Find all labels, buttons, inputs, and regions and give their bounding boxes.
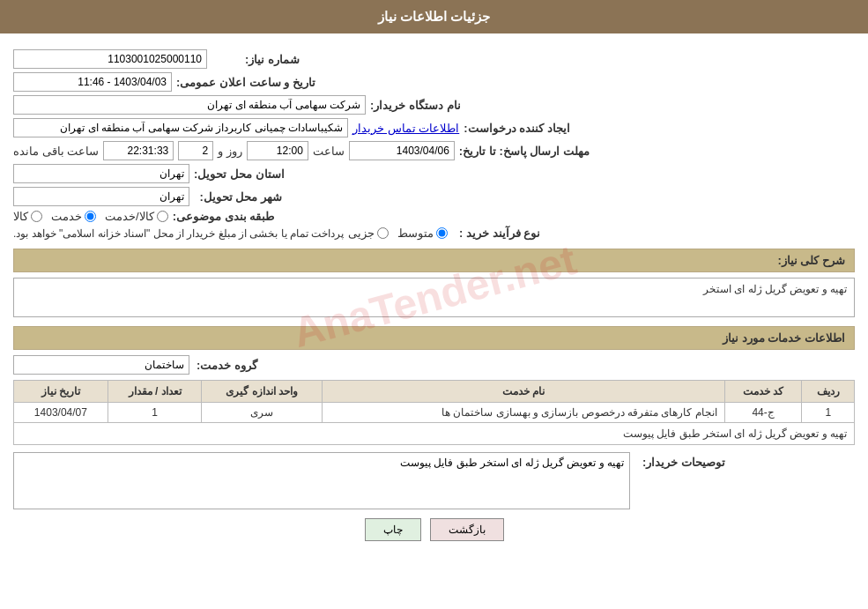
grohe-label: گروه خدمت: xyxy=(197,359,257,372)
ostan-label: استان محل تحویل: xyxy=(194,167,285,181)
navoe-jozi[interactable]: جزیی xyxy=(348,227,389,240)
tabagheh-radio-kala-khidmat[interactable] xyxy=(157,211,168,222)
services-table: ردیف کد خدمت نام خدمت واحد اندازه گیری ت… xyxy=(13,380,855,445)
nam-dastgah-input[interactable] xyxy=(13,95,366,115)
navoe-note: پرداخت تمام یا بخشی از مبلغ خریدار از مح… xyxy=(13,227,344,240)
mohlat-mande-label: ساعت باقی مانده xyxy=(13,145,99,158)
navoe-label: نوع فرآیند خرید : xyxy=(452,227,540,240)
col-vahed: واحد اندازه گیری xyxy=(202,381,323,403)
ijad-label: ایجاد کننده درخواست: xyxy=(464,122,570,135)
tabagheh-radio-kala[interactable] xyxy=(31,211,42,222)
tarikh-input[interactable] xyxy=(13,72,172,92)
page-title: جزئیات اطلاعات نیاز xyxy=(0,0,868,33)
shahr-input[interactable] xyxy=(13,187,189,206)
tabagheh-kala[interactable]: کالا xyxy=(13,210,42,223)
navoe-radio-group: متوسط جزیی xyxy=(348,227,448,240)
mohlat-mande-input[interactable] xyxy=(103,141,174,160)
cell-kod: ج-44 xyxy=(724,403,802,423)
col-tarikh: تاریخ نیاز xyxy=(14,381,108,403)
shomare-niaz-input[interactable] xyxy=(13,49,207,69)
col-tedad: تعداد / مقدار xyxy=(108,381,202,403)
table-row: 1 ج-44 انجام کارهای متفرقه درخصوص بازساز… xyxy=(14,403,855,423)
cell-radif: 1 xyxy=(802,403,855,423)
tarikh-label: تاریخ و ساعت اعلان عمومی: xyxy=(176,76,315,89)
cell-tedad: 1 xyxy=(108,403,202,423)
nam-dastgah-label: نام دستگاه خریدار: xyxy=(370,99,461,112)
navoe-radio-jozi[interactable] xyxy=(377,227,389,239)
back-button[interactable]: بازگشت xyxy=(430,518,504,541)
shahr-label: شهر محل تحویل: xyxy=(194,190,282,204)
tabagheh-khidmat[interactable]: خدمت xyxy=(51,210,96,223)
tabagheh-radio-khidmat[interactable] xyxy=(85,211,96,222)
mohlat-label: مهلت ارسال پاسخ: تا تاریخ: xyxy=(459,145,590,158)
navoe-mota[interactable]: متوسط xyxy=(397,227,448,240)
mohlat-roz-input[interactable] xyxy=(178,141,213,160)
khadamat-section-title: اطلاعات خدمات مورد نیاز xyxy=(13,326,855,350)
shomare-niaz-label: شماره نیاز: xyxy=(211,53,300,66)
ijad-link[interactable]: اطلاعات تماس خریدار xyxy=(352,122,459,135)
cell-vahed: سری xyxy=(202,403,323,423)
table-description-cell: تهیه و تعویض گریل ژله ای استخر طبق فایل … xyxy=(14,423,855,445)
grohe-input[interactable] xyxy=(13,355,189,375)
sharh-box: تهیه و تعویض گریل ژله ای استخر xyxy=(13,278,855,317)
ijad-input[interactable] xyxy=(13,118,348,137)
tabagheh-kala-khidmat[interactable]: کالا/خدمت xyxy=(105,210,168,223)
button-row: بازگشت چاپ xyxy=(13,518,855,541)
ostan-input[interactable] xyxy=(13,164,189,183)
tabagheh-radio-group: کالا/خدمت خدمت کالا xyxy=(13,210,168,223)
cell-nam: انجام کارهای متفرقه درخصوص بازسازی و بهس… xyxy=(323,403,725,423)
print-button[interactable]: چاپ xyxy=(365,518,421,541)
mohlat-saat-label: ساعت xyxy=(313,145,345,158)
col-kod: کد خدمت xyxy=(724,381,802,403)
sharh-section-title: شرح کلی نیاز: xyxy=(13,249,855,272)
col-radif: ردیف xyxy=(802,381,855,403)
col-nam: نام خدمت xyxy=(323,381,725,403)
tabagheh-label: طبقه بندی موضوعی: xyxy=(173,210,275,223)
cell-tarikh: 1403/04/07 xyxy=(14,403,108,423)
mohlat-date-input[interactable] xyxy=(349,141,455,160)
mohlat-saat-input[interactable] xyxy=(247,141,308,160)
navoe-radio-mota[interactable] xyxy=(436,227,448,239)
mohlat-roz-label: روز و xyxy=(218,145,242,158)
tosihaat-label: توصیحات خریدار: xyxy=(637,452,725,469)
table-description-row: تهیه و تعویض گریل ژله ای استخر طبق فایل … xyxy=(14,423,855,445)
tosihaat-textarea[interactable]: تهیه و تعویض گریل ژله ای استخر طبق فایل … xyxy=(13,452,630,509)
